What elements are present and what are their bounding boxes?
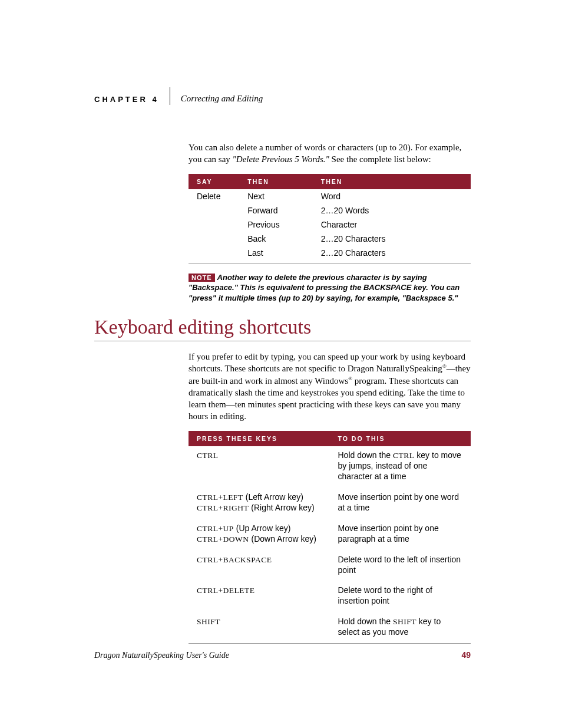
registered-symbol: ®	[442, 363, 447, 369]
section-paragraph: If you prefer to edit by typing, you can…	[189, 351, 471, 423]
page-footer: Dragon NaturallySpeaking User's Guide 49	[94, 650, 471, 660]
cell	[189, 203, 239, 218]
cell-do: Delete word to the right of insertion po…	[330, 581, 471, 612]
do-pre: Hold down the	[338, 617, 393, 626]
cell	[189, 218, 239, 232]
key-plain: (Left Arrow key)	[243, 492, 303, 502]
key-plain: (Down Arrow key)	[249, 534, 316, 543]
cell: 2…20 Characters	[313, 246, 471, 264]
key-sc: CTRL+DELETE	[197, 586, 255, 595]
cell: Next	[239, 189, 313, 203]
key-sc: CTRL+BACKSPACE	[197, 555, 272, 564]
cell-do: Move insertion point by one word at a ti…	[330, 488, 471, 519]
table-header-row: SAY THEN THEN	[189, 174, 471, 189]
cell	[189, 246, 239, 264]
cell-keys: CTRL	[189, 446, 330, 488]
table-row: Last 2…20 Characters	[189, 246, 471, 264]
intro-text: You can also delete a number of words or…	[189, 141, 471, 166]
footer-page-number: 49	[461, 650, 471, 660]
note-block: NOTEAnother way to delete the previous c…	[189, 272, 471, 304]
th-then1: THEN	[239, 174, 313, 189]
footer-title: Dragon NaturallySpeaking User's Guide	[94, 651, 229, 660]
cell: Delete	[189, 189, 239, 203]
keys-table: PRESS THESE KEYS TO DO THIS CTRL Hold do…	[189, 431, 471, 644]
say-then-table: SAY THEN THEN Delete Next Word Forward 2…	[189, 174, 471, 264]
para-pre: If you prefer to edit by typing, you can…	[189, 352, 465, 373]
key-sc: CTRL+LEFT	[197, 493, 243, 502]
cell: Forward	[239, 203, 313, 218]
header-divider	[170, 87, 170, 105]
key-sc: CTRL	[197, 451, 219, 460]
chapter-label: CHAPTER 4	[94, 95, 170, 105]
cell: Previous	[239, 218, 313, 232]
registered-symbol: ®	[348, 375, 352, 381]
table-row: CTRL+LEFT (Left Arrow key) CTRL+RIGHT (R…	[189, 488, 471, 519]
do-sc: SHIFT	[393, 617, 416, 626]
table-row: SHIFT Hold down the SHIFT key to select …	[189, 612, 471, 644]
key-sc: SHIFT	[197, 617, 220, 626]
cell: Back	[239, 232, 313, 246]
cell: 2…20 Words	[313, 203, 471, 218]
section-heading: Keyboard editing shortcuts	[94, 316, 471, 338]
key-sc: CTRL+RIGHT	[197, 503, 249, 512]
table-row: Forward 2…20 Words	[189, 203, 471, 218]
do-sc: CTRL	[393, 451, 415, 460]
table-row: CTRL Hold down the CTRL key to move by j…	[189, 446, 471, 488]
note-badge: NOTE	[189, 274, 215, 282]
section-body: If you prefer to edit by typing, you can…	[189, 351, 471, 644]
cell: Character	[313, 218, 471, 232]
th-say: SAY	[189, 174, 239, 189]
cell-keys: CTRL+BACKSPACE	[189, 551, 330, 581]
chapter-title: Correcting and Editing	[181, 94, 263, 105]
cell-keys: SHIFT	[189, 612, 330, 644]
key-plain: (Up Arrow key)	[234, 523, 290, 533]
cell: Last	[239, 246, 313, 264]
cell-keys: CTRL+DELETE	[189, 581, 330, 612]
table-row: CTRL+DELETE Delete word to the right of …	[189, 581, 471, 612]
cell-do: Move insertion point by one paragraph at…	[330, 519, 471, 551]
cell-do: Hold down the CTRL key to move by jumps,…	[330, 446, 471, 488]
note-text: Another way to delete the previous chara…	[189, 273, 459, 302]
intro-post: See the complete list below:	[329, 154, 431, 164]
key-plain: (Right Arrow key)	[249, 503, 314, 512]
intro-quote: "Delete Previous 5 Words."	[233, 154, 329, 164]
chapter-header: CHAPTER 4 Correcting and Editing	[94, 87, 471, 105]
table-header-row: PRESS THESE KEYS TO DO THIS	[189, 431, 471, 446]
cell	[189, 232, 239, 246]
section-rule	[94, 341, 471, 341]
cell: Word	[313, 189, 471, 203]
th-keys: PRESS THESE KEYS	[189, 431, 330, 446]
th-do: TO DO THIS	[330, 431, 471, 446]
table-row: Delete Next Word	[189, 189, 471, 203]
cell-keys: CTRL+LEFT (Left Arrow key) CTRL+RIGHT (R…	[189, 488, 330, 519]
do-pre: Hold down the	[338, 450, 393, 460]
key-sc: CTRL+DOWN	[197, 535, 249, 543]
cell-do: Delete word to the left of insertion poi…	[330, 551, 471, 581]
intro-paragraph: You can also delete a number of words or…	[189, 141, 471, 303]
th-then2: THEN	[313, 174, 471, 189]
key-sc: CTRL+UP	[197, 524, 234, 533]
page: CHAPTER 4 Correcting and Editing You can…	[0, 0, 562, 644]
cell-keys: CTRL+UP (Up Arrow key) CTRL+DOWN (Down A…	[189, 519, 330, 551]
table-row: CTRL+BACKSPACE Delete word to the left o…	[189, 551, 471, 581]
table-row: Back 2…20 Characters	[189, 232, 471, 246]
table-row: CTRL+UP (Up Arrow key) CTRL+DOWN (Down A…	[189, 519, 471, 551]
cell-do: Hold down the SHIFT key to select as you…	[330, 612, 471, 644]
table-row: Previous Character	[189, 218, 471, 232]
cell: 2…20 Characters	[313, 232, 471, 246]
